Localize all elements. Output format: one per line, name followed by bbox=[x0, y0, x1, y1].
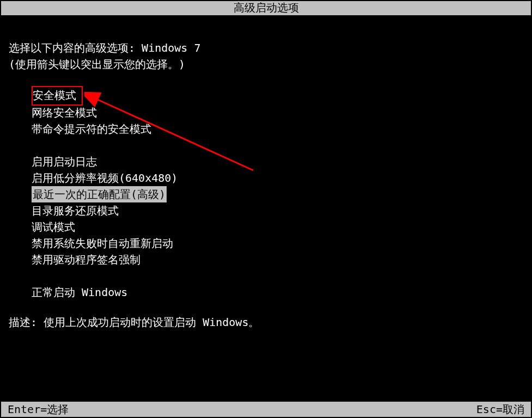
boot-menu[interactable]: 安全模式 网络安全模式 带命令提示符的安全模式 启用启动日志 启用低分辨率视频(… bbox=[9, 86, 523, 300]
menu-item-boot-logging[interactable]: 启用启动日志 bbox=[32, 153, 523, 170]
menu-item-safe-mode-networking[interactable]: 网络安全模式 bbox=[32, 104, 523, 121]
menu-item-low-res-video[interactable]: 启用低分辨率视频(640x480) bbox=[32, 170, 523, 186]
main-content: 选择以下内容的高级选项: Windows 7 (使用箭头键以突出显示您的选择。)… bbox=[0, 15, 532, 330]
menu-item-ds-restore[interactable]: 目录服务还原模式 bbox=[32, 202, 523, 219]
prompt-os: Windows 7 bbox=[142, 41, 200, 54]
menu-item-safe-mode-cmd[interactable]: 带命令提示符的安全模式 bbox=[32, 121, 523, 137]
hint-line: (使用箭头键以突出显示您的选择。) bbox=[9, 56, 523, 72]
footer-esc-label: Esc=取消 bbox=[476, 402, 524, 417]
title-bar: 高级启动选项 bbox=[0, 0, 532, 15]
page-title: 高级启动选项 bbox=[234, 1, 299, 14]
menu-item-disable-driver-sig[interactable]: 禁用驱动程序签名强制 bbox=[32, 251, 523, 268]
menu-item-disable-auto-restart[interactable]: 禁用系统失败时自动重新启动 bbox=[32, 235, 523, 251]
description-prefix: 描述: bbox=[9, 316, 44, 329]
menu-spacer bbox=[32, 268, 523, 284]
footer-bar: Enter=选择 Esc=取消 bbox=[1, 402, 531, 417]
menu-item-start-normally[interactable]: 正常启动 Windows bbox=[32, 284, 523, 300]
menu-spacer bbox=[32, 137, 523, 153]
menu-item-debug-mode[interactable]: 调试模式 bbox=[32, 219, 523, 235]
footer-enter-label: Enter=选择 bbox=[8, 402, 69, 417]
description-text: 使用上次成功启动时的设置启动 Windows。 bbox=[44, 316, 259, 329]
menu-item-safe-mode[interactable]: 安全模式 bbox=[32, 86, 83, 106]
menu-item-last-known-good[interactable]: 最近一次的正确配置(高级) bbox=[32, 186, 167, 202]
description-section: 描述: 使用上次成功启动时的设置启动 Windows。 bbox=[9, 314, 523, 330]
prompt-prefix: 选择以下内容的高级选项: bbox=[9, 41, 142, 54]
prompt-line: 选择以下内容的高级选项: Windows 7 bbox=[9, 40, 523, 56]
